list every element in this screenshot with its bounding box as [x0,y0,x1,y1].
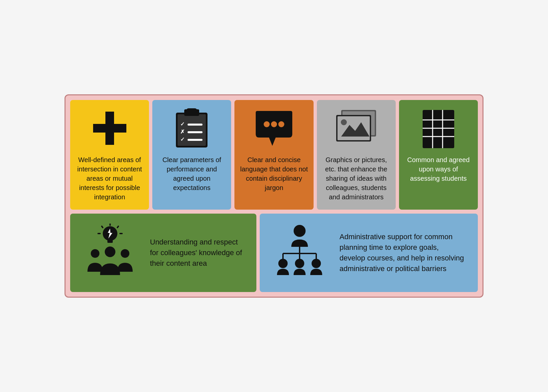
image-icon [335,107,378,150]
card3-text: Clear and concise language that does not… [240,155,308,192]
svg-line-31 [102,226,103,228]
card4-text: Graphics or pictures, etc. that enhance … [322,155,390,202]
svg-line-32 [117,226,118,228]
plus-icon [88,107,131,150]
svg-point-35 [91,249,99,258]
card-intersection: Well-defined areas of intersection in co… [70,100,149,210]
svg-rect-7 [188,124,203,126]
svg-rect-9 [188,131,203,133]
clipboard-icon: ✓ ✗ ✓ [170,107,213,150]
card-graphics: Graphics or pictures, etc. that enhance … [317,100,396,210]
bottom-row: Understanding and respect for colleagues… [70,214,478,292]
svg-point-36 [121,249,129,258]
svg-rect-11 [188,139,203,141]
card-admin-support: Administrative support for common planni… [260,214,478,292]
chat-icon [252,107,296,150]
svg-point-37 [105,246,115,257]
svg-point-13 [271,121,277,127]
svg-text:✓: ✓ [180,121,185,127]
card7-text: Administrative support for common planni… [340,232,465,274]
top-row: Well-defined areas of intersection in co… [70,100,478,210]
svg-point-14 [278,121,284,127]
card-language: Clear and concise language that does not… [234,100,313,210]
card-parameters: ✓ ✗ ✓ Clear parameters of performance an… [152,100,231,210]
svg-point-12 [264,121,270,127]
svg-text:✗: ✗ [180,129,185,135]
svg-rect-21 [423,110,454,148]
group-lightbulb-icon [83,224,137,277]
svg-point-44 [278,259,288,268]
org-chart-icon [273,224,326,277]
card2-text: Clear parameters of performance and agre… [158,155,226,192]
svg-point-38 [294,225,306,237]
main-container: Well-defined areas of intersection in co… [65,94,483,298]
svg-rect-1 [93,124,126,133]
checklist-icon [417,107,460,150]
svg-point-45 [295,259,304,268]
svg-text:✓: ✓ [180,137,185,142]
card1-text: Well-defined areas of intersection in co… [75,155,144,202]
card-respect: Understanding and respect for colleagues… [70,214,256,292]
svg-rect-28 [107,240,113,243]
card-assessing: Common and agreed upon ways of assessing… [399,100,478,210]
card6-text: Understanding and respect for colleagues… [150,237,243,269]
svg-point-46 [312,259,321,268]
svg-rect-5 [186,108,197,113]
svg-point-20 [341,119,347,125]
card5-text: Common and agreed upon ways of assessing… [404,155,473,183]
